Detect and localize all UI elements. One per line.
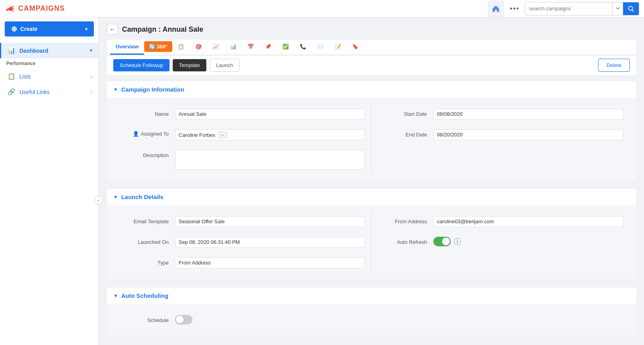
launch-details-title: Launch Details bbox=[121, 194, 164, 200]
tab-360-label: 360° bbox=[157, 44, 168, 50]
main-layout: ⊕ Create ▾ 📊 Dashboard ▾ Performance 📋 L… bbox=[0, 17, 644, 345]
schedule-followup-button[interactable]: Schedule Followup bbox=[113, 59, 170, 71]
top-header: CAMPAIGNS bbox=[0, 0, 644, 17]
tab-target[interactable]: 🎯 bbox=[190, 40, 207, 55]
type-label: Type bbox=[120, 257, 175, 266]
from-address-row: From Address caroline03@berijam.com bbox=[372, 211, 630, 232]
launched-on-input[interactable]: Sep 08, 2020 06:31:40 PM bbox=[175, 237, 365, 248]
launch-button[interactable]: Launch bbox=[210, 59, 240, 72]
useful-links-arrow-icon: › bbox=[91, 90, 92, 94]
description-input[interactable] bbox=[175, 150, 365, 170]
schedule-label: Schedule bbox=[120, 315, 175, 323]
tab-email-icon: ✉️ bbox=[317, 44, 324, 50]
more-button[interactable] bbox=[507, 5, 522, 12]
logo-text: CAMPAIGNS bbox=[18, 4, 65, 13]
search-input[interactable] bbox=[525, 6, 612, 12]
search-wrap bbox=[525, 2, 639, 15]
assigned-to-label: 👤 Assigned To bbox=[120, 129, 175, 137]
from-address-input[interactable]: caroline03@berijam.com bbox=[433, 216, 623, 227]
tab-details[interactable]: 📋 bbox=[172, 40, 190, 55]
tab-360[interactable]: 🔄 360° bbox=[144, 41, 172, 53]
template-button[interactable]: Template bbox=[173, 59, 206, 71]
schedule-row: Schedule bbox=[113, 310, 630, 329]
campaign-information-header[interactable]: ▼ Campaign Information bbox=[107, 81, 636, 98]
svg-point-5 bbox=[629, 6, 633, 10]
dashboard-arrow-icon: ▾ bbox=[90, 48, 92, 53]
sidebar-item-dashboard[interactable]: 📊 Dashboard ▾ bbox=[0, 43, 99, 58]
tab-email[interactable]: ✉️ bbox=[312, 40, 329, 55]
type-input[interactable]: From Address bbox=[175, 257, 365, 268]
tab-target-icon: 🎯 bbox=[195, 44, 202, 50]
assigned-input[interactable]: Caroline Forbes ··· bbox=[175, 129, 365, 140]
description-row: Description bbox=[113, 145, 371, 174]
search-dropdown-button[interactable] bbox=[612, 2, 623, 15]
auto-refresh-toggle[interactable] bbox=[433, 237, 451, 246]
create-button[interactable]: ⊕ Create ▾ bbox=[5, 21, 94, 36]
tab-check[interactable]: ✅ bbox=[277, 40, 294, 55]
tab-bar: Overview 🔄 360° 📋 🎯 📈 📊 📅 📌 ✅ 📞 ✉️ 📝 🔖 bbox=[107, 40, 636, 55]
tab-bookmark[interactable]: 🔖 bbox=[347, 40, 364, 55]
useful-links-label: Useful Links bbox=[19, 89, 50, 95]
email-template-label: Email Template bbox=[120, 216, 175, 224]
back-button[interactable]: ← bbox=[107, 24, 118, 35]
description-value bbox=[175, 150, 365, 170]
dot3 bbox=[516, 8, 518, 10]
start-date-input[interactable]: 08/08/2020 bbox=[433, 109, 623, 120]
dashboard-label: Dashboard bbox=[19, 48, 48, 54]
name-value: Annual Sale bbox=[175, 109, 365, 120]
launch-details-grid: Email Template Seasonal Offer Sale Launc… bbox=[113, 211, 630, 273]
end-date-row: End Date 08/20/2020 bbox=[372, 125, 630, 145]
search-icon bbox=[628, 6, 634, 12]
home-button[interactable] bbox=[488, 1, 504, 17]
lists-icon: 📋 bbox=[8, 73, 15, 80]
delete-button[interactable]: Delete bbox=[598, 59, 630, 72]
description-label: Description bbox=[120, 150, 175, 158]
sidebar-item-useful-links[interactable]: 🔗 Useful Links › bbox=[0, 84, 99, 100]
campaign-chevron-icon: ▼ bbox=[113, 87, 118, 92]
auto-refresh-label: Auto Refresh bbox=[378, 237, 433, 245]
assigned-to-row: 👤 Assigned To Caroline Forbes ··· bbox=[113, 125, 371, 145]
campaign-information-section: ▼ Campaign Information Name Annual Sale bbox=[107, 81, 636, 181]
tab-chart-icon: 📈 bbox=[213, 44, 219, 50]
tab-pin[interactable]: 📌 bbox=[259, 40, 277, 55]
tab-chart[interactable]: 📈 bbox=[207, 40, 225, 55]
tab-phone[interactable]: 📞 bbox=[294, 40, 312, 55]
start-date-row: Start Date 08/08/2020 bbox=[372, 104, 630, 125]
email-template-input[interactable]: Seasonal Offer Sale bbox=[175, 216, 365, 227]
sidebar-collapse-button[interactable]: ‹ bbox=[94, 196, 103, 205]
sidebar-item-lists[interactable]: 📋 Lists › bbox=[0, 69, 99, 84]
tab-table[interactable]: 📊 bbox=[225, 40, 242, 55]
auto-scheduling-header[interactable]: ▼ Auto Scheduling bbox=[107, 288, 636, 304]
tab-details-icon: 📋 bbox=[178, 44, 184, 50]
assigned-to-icon: 👤 bbox=[133, 131, 139, 137]
performance-label: Performance bbox=[0, 58, 99, 69]
dot2 bbox=[513, 8, 515, 10]
content-area: ← Campaign : Annual Sale Overview 🔄 360°… bbox=[99, 17, 644, 345]
tab-calendar-icon: 📅 bbox=[248, 44, 254, 50]
tab-notes-icon: 📝 bbox=[335, 44, 341, 50]
chevron-down-icon bbox=[616, 7, 620, 10]
campaign-information-title: Campaign Information bbox=[121, 86, 184, 93]
launch-details-left: Email Template Seasonal Offer Sale Launc… bbox=[113, 211, 372, 273]
search-button[interactable] bbox=[623, 2, 639, 15]
auto-refresh-info-icon[interactable]: ℹ bbox=[454, 238, 461, 245]
tab-notes[interactable]: 📝 bbox=[329, 40, 347, 55]
tab-check-icon: ✅ bbox=[282, 44, 289, 50]
launch-details-header[interactable]: ▼ Launch Details bbox=[107, 189, 636, 205]
end-date-input[interactable]: 08/20/2020 bbox=[433, 129, 623, 140]
type-value: From Address bbox=[175, 257, 365, 268]
tab-calendar[interactable]: 📅 bbox=[242, 40, 259, 55]
tab-pin-icon: 📌 bbox=[265, 44, 271, 50]
assigned-more-button[interactable]: ··· bbox=[218, 132, 227, 138]
logo-icon bbox=[5, 3, 16, 14]
launch-details-body: Email Template Seasonal Offer Sale Launc… bbox=[107, 205, 636, 280]
schedule-toggle[interactable] bbox=[175, 315, 192, 324]
name-input[interactable]: Annual Sale bbox=[175, 109, 365, 120]
tab-overview[interactable]: Overview bbox=[110, 40, 144, 55]
from-address-label: From Address bbox=[378, 216, 433, 224]
lists-arrow-icon: › bbox=[91, 74, 92, 79]
launched-on-value: Sep 08, 2020 06:31:40 PM bbox=[175, 237, 365, 248]
type-row: Type From Address bbox=[113, 253, 371, 273]
logo-area[interactable]: CAMPAIGNS bbox=[5, 3, 65, 14]
toggle-knob bbox=[442, 238, 450, 245]
